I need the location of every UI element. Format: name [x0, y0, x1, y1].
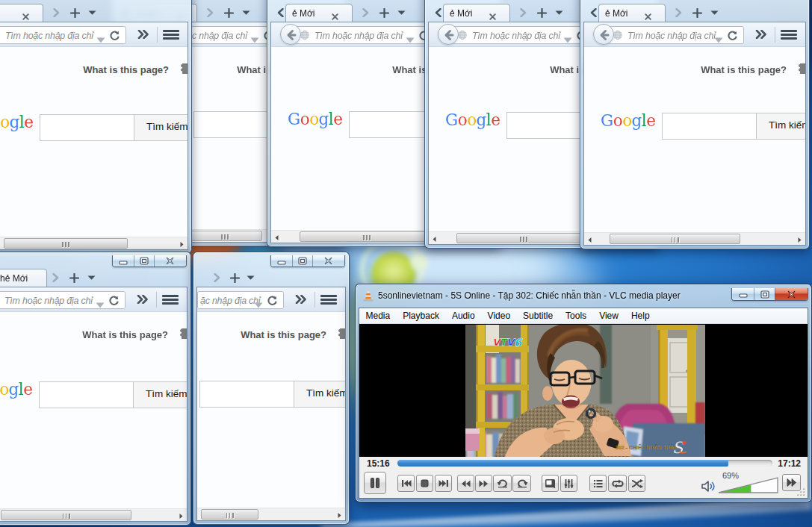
pause-button[interactable] [364, 472, 386, 494]
rewind-button[interactable] [457, 475, 474, 492]
menu-button[interactable] [163, 30, 179, 40]
tab-list-button[interactable] [394, 5, 409, 20]
maximize-button[interactable] [134, 255, 153, 266]
vlc-menu-help[interactable]: Help [625, 311, 656, 321]
horizontal-scrollbar[interactable] [0, 508, 187, 521]
vlc-menu-media[interactable]: Media [359, 311, 397, 321]
scrollbar-thumb[interactable] [300, 231, 434, 242]
tab-scroll-right-button[interactable] [209, 270, 224, 285]
reload-button[interactable] [109, 30, 120, 41]
overflow-button[interactable] [137, 30, 149, 39]
vlc-menu-subtitle[interactable]: Subtitle [517, 311, 560, 321]
tab-close-button[interactable] [332, 10, 340, 18]
scroll-left-arrow[interactable] [585, 234, 595, 244]
tab-scroll-right-button[interactable] [49, 5, 63, 20]
scroll-right-arrow[interactable] [176, 511, 186, 520]
minimize-button[interactable] [113, 255, 134, 266]
close-button[interactable] [312, 255, 344, 266]
reload-button[interactable] [727, 30, 738, 41]
new-tab-button[interactable] [689, 5, 704, 20]
search-button[interactable]: Tìm kiếm [769, 119, 805, 131]
browser-tab[interactable]: ẻ Mới [443, 4, 510, 22]
back-button[interactable] [280, 24, 301, 45]
vlc-close-button[interactable] [775, 288, 808, 300]
scrollbar-thumb[interactable] [4, 238, 128, 249]
tab-list-button[interactable] [238, 5, 253, 20]
maximize-button[interactable] [292, 255, 312, 266]
reload-button[interactable] [267, 295, 278, 306]
tab-scroll-right-button[interactable] [358, 5, 373, 20]
loop-to-button[interactable] [512, 475, 531, 492]
vlc-maximize-button[interactable] [754, 288, 774, 300]
tab-list-button[interactable] [84, 270, 99, 285]
new-tab-button[interactable] [227, 270, 242, 285]
new-tab-button[interactable] [534, 5, 549, 20]
scroll-right-arrow[interactable] [795, 234, 805, 244]
url-dropdown-button[interactable] [406, 33, 415, 39]
random-button[interactable] [628, 475, 645, 492]
overflow-button[interactable] [755, 30, 767, 39]
url-bar[interactable]: Tìm hoặc nhập địa chỉ [0, 291, 125, 309]
loop-button[interactable] [608, 475, 627, 492]
tab-scroll-right-button[interactable] [48, 270, 63, 285]
browser-tab[interactable]: ẻ Mới [598, 4, 666, 22]
vlc-menu-playback[interactable]: Playback [397, 311, 446, 321]
vlc-menu-view[interactable]: View [593, 311, 625, 321]
search-button[interactable]: Tìm kiếm [146, 121, 187, 132]
tab-list-button[interactable] [551, 5, 566, 20]
search-button[interactable]: Tìm kiếm [306, 387, 345, 399]
seek-bar[interactable] [397, 460, 772, 467]
menu-button[interactable] [781, 30, 797, 40]
tab-close-button[interactable] [645, 10, 653, 18]
scroll-right-arrow[interactable] [335, 510, 344, 520]
url-dropdown-button[interactable] [563, 33, 572, 39]
vlc-menu-audio[interactable]: Audio [445, 311, 481, 321]
new-tab-button[interactable] [221, 5, 236, 20]
tab-list-button[interactable] [243, 270, 258, 285]
menu-button[interactable] [320, 295, 337, 305]
search-input[interactable] [199, 381, 294, 408]
back-button[interactable] [593, 24, 614, 45]
url-bar[interactable]: Tìm hoặc nhập địa chỉ [607, 26, 744, 44]
tab-list-button[interactable] [84, 5, 99, 20]
browser-tab[interactable]: Thẻ Mới [0, 269, 47, 287]
volume-mute-button[interactable] [701, 480, 716, 493]
url-dropdown-button[interactable] [254, 298, 263, 304]
tab-close-button[interactable] [22, 10, 31, 18]
scrollbar-thumb[interactable] [456, 233, 591, 243]
new-tab-button[interactable] [67, 5, 82, 20]
tab-scroll-right-button[interactable] [202, 5, 217, 20]
search-input[interactable] [662, 113, 757, 140]
close-button[interactable] [154, 255, 186, 266]
minimize-button[interactable] [271, 255, 292, 266]
extended-settings-button[interactable] [560, 475, 577, 492]
horizontal-scrollbar[interactable] [197, 508, 345, 520]
scroll-left-arrow[interactable] [272, 232, 282, 242]
vlc-menu-tools[interactable]: Tools [560, 311, 593, 321]
overflow-button[interactable] [295, 295, 307, 304]
playlist-button[interactable] [589, 475, 607, 492]
loop-from-button[interactable] [493, 475, 512, 492]
horizontal-scrollbar[interactable] [0, 237, 187, 249]
overflow-button[interactable] [137, 295, 149, 304]
search-input[interactable] [39, 381, 134, 408]
fullscreen-button[interactable] [542, 475, 559, 492]
url-bar[interactable]: Tìm hoặc nhập địa chỉ [452, 26, 593, 44]
scrollbar-thumb[interactable] [201, 509, 258, 520]
url-bar[interactable]: ặc nhập địa chỉ [197, 291, 284, 309]
url-dropdown-button[interactable] [714, 33, 723, 39]
back-button[interactable] [438, 24, 459, 45]
tab-scroll-right-button[interactable] [671, 5, 686, 20]
browser-tab[interactable]: ẻ Mới [285, 4, 353, 22]
stop-button[interactable] [416, 475, 433, 492]
scrollbar-thumb[interactable] [610, 234, 740, 244]
next-button[interactable] [435, 475, 452, 492]
scrollbar-thumb[interactable] [1, 510, 131, 520]
url-bar[interactable]: Tìm hoặc nhập địa chỉ [0, 26, 126, 44]
url-dropdown-button[interactable] [96, 33, 105, 39]
tab-scroll-right-button[interactable] [515, 5, 530, 20]
vlc-minimize-button[interactable] [732, 288, 754, 300]
volume-slider[interactable] [718, 477, 779, 493]
horizontal-scrollbar[interactable] [584, 232, 805, 245]
url-dropdown-button[interactable] [250, 33, 259, 39]
